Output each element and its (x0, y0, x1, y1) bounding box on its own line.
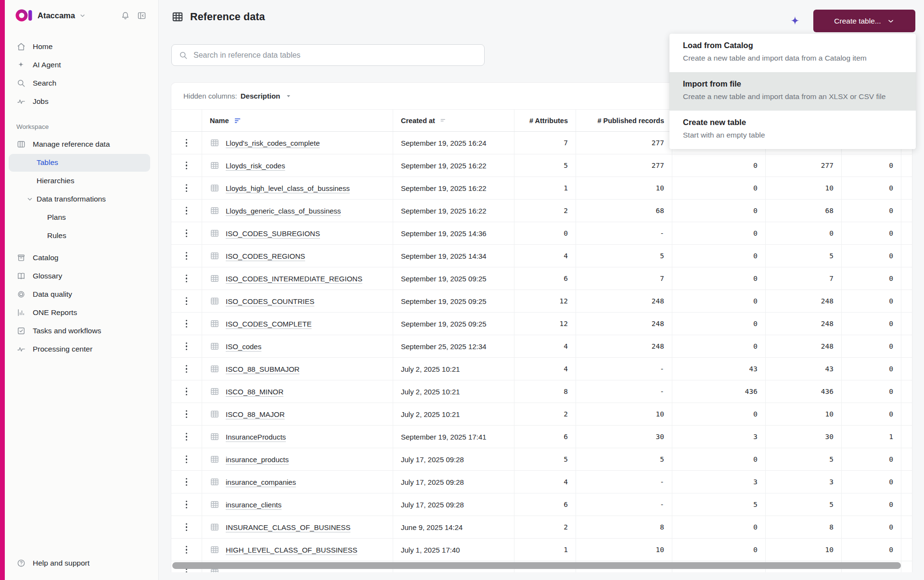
menu-item-import-from-file[interactable]: Import from fileCreate a new table and i… (669, 72, 916, 111)
sidebar-item-data-transformations[interactable]: Data transformations (5, 190, 158, 208)
table-name-link[interactable]: ISO_codes (226, 342, 261, 351)
row-cell-name: Lloyds_generic_class_of_bussiness (202, 200, 393, 222)
row-cell-hidden-1: 0 (672, 200, 766, 222)
sidebar-item-label: Catalog (33, 253, 58, 262)
row-kebab-menu-button[interactable] (180, 406, 194, 422)
table-name-link[interactable]: Lloyd's_risk_codes_complete (226, 139, 320, 147)
table-name-link[interactable]: ISO_CODES_COUNTRIES (226, 297, 314, 305)
menu-item-create-new-table[interactable]: Create new tableStart with an empty tabl… (669, 111, 916, 149)
table-name-link[interactable]: ISO_CODES_REGIONS (226, 252, 305, 260)
row-cell-attributes: 6 (514, 426, 576, 448)
table-name-link[interactable]: ISO_CODES_INTERMEDIATE_REGIONS (226, 275, 362, 283)
sort-icon[interactable] (233, 116, 242, 125)
row-kebab-menu-button[interactable] (180, 451, 194, 467)
row-cell-created-at: September 19, 2025 16:24 (393, 132, 514, 154)
triangle-down-icon[interactable] (285, 92, 292, 100)
row-cell-hidden-2: 43 (766, 358, 842, 380)
row-cell-filler (901, 516, 912, 538)
table-row: HIGH_LEVEL_CLASS_OF_BUSSINESSJuly 1, 202… (171, 539, 912, 561)
table-icon (210, 319, 219, 328)
table-name-link[interactable]: ISO_CODES_COMPLETE (226, 320, 311, 328)
row-kebab-menu-button[interactable] (180, 496, 194, 513)
sidebar-item-ai-agent[interactable]: AI Agent (5, 56, 154, 74)
row-cell-hidden-3: 0 (842, 222, 901, 244)
tasks-icon (16, 326, 26, 336)
chevron-down-icon[interactable] (79, 12, 86, 19)
sidebar-item-search[interactable]: Search (5, 74, 154, 92)
sidebar-item-tables[interactable]: Tables (5, 153, 158, 172)
row-kebab-menu-button[interactable] (180, 542, 194, 558)
row-kebab-menu-button[interactable] (180, 474, 194, 490)
chevron-down-icon[interactable] (26, 195, 34, 203)
table-name-link[interactable]: insurance_products (226, 455, 289, 464)
row-kebab-menu-button[interactable] (180, 157, 194, 174)
row-cell-created-at: September 19, 2025 17:41 (393, 426, 514, 448)
header-created-at[interactable]: Created at (393, 110, 514, 131)
sidebar-item-data-quality[interactable]: Data quality (5, 285, 158, 303)
glossary-icon (16, 271, 26, 281)
row-kebab-menu-button[interactable] (180, 519, 194, 535)
notifications-bell-icon[interactable] (117, 7, 133, 24)
workspace-section-label: Workspace (16, 123, 158, 130)
hidden-columns-value[interactable]: Description (241, 92, 281, 100)
row-kebab-menu-button[interactable] (180, 338, 194, 354)
sidebar-item-glossary[interactable]: Glossary (5, 267, 158, 285)
table-name-link[interactable]: ISCO_88_SUBMAJOR (226, 365, 299, 373)
search-input[interactable] (193, 51, 477, 60)
header-name[interactable]: Name (202, 110, 393, 131)
table-name-link[interactable]: Lloyds_high_level_class_of_bussiness (226, 184, 350, 192)
header-attributes[interactable]: # Attributes (514, 110, 576, 131)
menu-item-load-from-catalog[interactable]: Load from CatalogCreate a new table and … (669, 34, 916, 72)
table-name-link[interactable]: insurance_companies (226, 478, 296, 486)
row-cell-menu (171, 200, 202, 222)
row-cell-created-at: July 2, 2025 10:21 (393, 358, 514, 380)
header-published-records[interactable]: # Published records (576, 110, 672, 131)
row-cell-attributes: 6 (514, 493, 576, 516)
sidebar-item-jobs[interactable]: Jobs (5, 92, 154, 111)
row-kebab-menu-button[interactable] (180, 361, 194, 377)
sidebar-item-hierarchies[interactable]: Hierarchies (5, 172, 158, 190)
table-name-link[interactable]: ISCO_88_MINOR (226, 388, 283, 396)
sidebar-item-home[interactable]: Home (5, 38, 154, 56)
sort-icon[interactable] (439, 117, 447, 125)
ai-sparkle-icon[interactable] (788, 15, 802, 28)
row-cell-published-records: - (576, 493, 672, 516)
table-name-link[interactable]: insurance_clients (226, 501, 282, 509)
sidebar-item-one-reports[interactable]: ONE Reports (5, 303, 158, 322)
row-kebab-menu-button[interactable] (180, 135, 194, 151)
row-kebab-menu-button[interactable] (180, 270, 194, 287)
row-kebab-menu-button[interactable] (180, 429, 194, 445)
row-cell-name: ISO_CODES_COMPLETE (202, 313, 393, 335)
table-name-link[interactable]: INSURANCE_CLASS_OF_BUSINESS (226, 523, 350, 531)
workspace-switcher[interactable]: Ataccama (38, 11, 75, 20)
row-cell-menu (171, 493, 202, 516)
table-name-link[interactable]: InsuranceProducts (226, 433, 286, 441)
horizontal-scrollbar[interactable] (172, 562, 901, 569)
row-kebab-menu-button[interactable] (180, 293, 194, 309)
create-table-button[interactable]: Create table... (813, 10, 915, 32)
sidebar-item-manage-reference-data[interactable]: Manage reference data (5, 135, 158, 153)
sidebar-item-plans[interactable]: Plans (5, 208, 158, 227)
row-cell-filler (901, 154, 912, 177)
table-icon (210, 500, 219, 509)
row-kebab-menu-button[interactable] (180, 180, 194, 196)
sidebar-item-label: Hierarchies (37, 177, 74, 185)
row-kebab-menu-button[interactable] (180, 383, 194, 400)
table-name-link[interactable]: ISCO_88_MAJOR (226, 410, 285, 418)
table-name-link[interactable]: Lloyds_risk_codes (226, 162, 285, 170)
row-kebab-menu-button[interactable] (180, 225, 194, 241)
table-name-link[interactable]: HIGH_LEVEL_CLASS_OF_BUSSINESS (226, 546, 357, 554)
sidebar-item-label: Tables (37, 158, 58, 167)
collapse-sidebar-icon[interactable] (133, 7, 150, 24)
row-kebab-menu-button[interactable] (180, 202, 194, 219)
sidebar-item-processing-center[interactable]: Processing center (5, 340, 158, 358)
sidebar-item-tasks-and-workflows[interactable]: Tasks and workflows (5, 322, 158, 340)
table-name-link[interactable]: ISO_CODES_SUBREGIONS (226, 229, 320, 238)
row-cell-created-at: September 19, 2025 09:25 (393, 290, 514, 312)
help-and-support[interactable]: Help and support (5, 554, 158, 572)
sidebar-item-rules[interactable]: Rules (5, 227, 158, 245)
row-kebab-menu-button[interactable] (180, 315, 194, 332)
row-kebab-menu-button[interactable] (180, 248, 194, 264)
table-name-link[interactable]: Lloyds_generic_class_of_bussiness (226, 207, 341, 215)
sidebar-item-catalog[interactable]: Catalog (5, 249, 158, 267)
